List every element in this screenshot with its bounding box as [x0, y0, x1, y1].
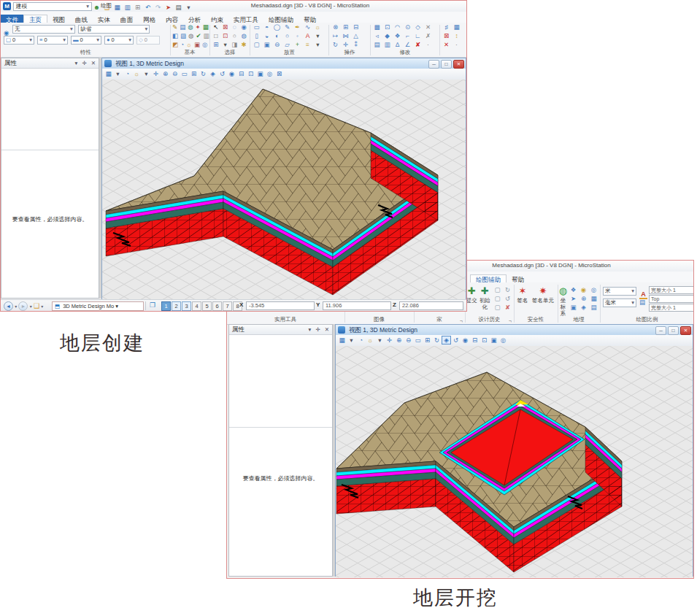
rotate-view-icon[interactable]: ↻: [199, 70, 207, 77]
ribbon-icon[interactable]: ↻: [331, 41, 339, 48]
view-previous-icon[interactable]: ↺: [218, 70, 226, 77]
ribbon-icon[interactable]: ⊞: [212, 41, 220, 48]
ribbon-icon[interactable]: ◒: [263, 32, 271, 39]
ribbon-icon[interactable]: ◎: [590, 286, 598, 293]
ribbon-icon[interactable]: ◍: [240, 32, 247, 39]
view-previous-icon[interactable]: ↺: [452, 336, 460, 344]
view-display-icon[interactable]: ▦: [338, 336, 346, 344]
ribbon-icon[interactable]: ▦: [453, 23, 461, 31]
forward-button[interactable]: ►: [18, 301, 28, 311]
sign-button[interactable]: ✶ 签名: [515, 285, 531, 304]
zoom-out-icon[interactable]: ⊖: [171, 70, 179, 77]
ribbon-icon[interactable]: ◐: [273, 32, 281, 39]
ribbon-icon[interactable]: ▭: [253, 23, 261, 31]
view-display-icon[interactable]: ▦: [104, 70, 112, 77]
panel-header-icons[interactable]: ▾ ✛ ✕: [308, 325, 331, 334]
ribbon-icon[interactable]: ▾: [314, 41, 322, 48]
view-toggle-2[interactable]: 2: [172, 301, 181, 311]
ribbon-icon[interactable]: ▥: [204, 32, 209, 39]
view-brightness-icon[interactable]: ☼: [133, 70, 141, 77]
walk-icon[interactable]: ◈: [442, 336, 450, 344]
caret-down-icon[interactable]: ▾: [347, 336, 355, 344]
ribbon-icon[interactable]: ✛: [342, 41, 350, 48]
view-adjust-icon[interactable]: ◔: [123, 70, 131, 77]
master-unit-select[interactable]: 米▾: [603, 287, 636, 296]
view-minimize-button[interactable]: ─: [655, 326, 666, 335]
view-minimize-button[interactable]: ─: [428, 60, 439, 69]
sub-unit-select[interactable]: 毫米▾: [603, 299, 636, 307]
ribbon-icon[interactable]: ≡: [304, 41, 312, 48]
ribbon-icon[interactable]: ▤: [180, 23, 185, 31]
ribbon-icon[interactable]: ⊙: [404, 23, 412, 31]
ribbon-icon[interactable]: ⊠: [442, 32, 450, 39]
pan-view-icon[interactable]: ✛: [152, 70, 160, 77]
ribbon-icon[interactable]: ☼: [186, 41, 192, 48]
ribbon-icon[interactable]: ⌐: [404, 32, 412, 39]
ribbon-icon[interactable]: ✎: [172, 23, 177, 31]
ribbon-icon[interactable]: ▢: [253, 41, 261, 48]
qat-drawing-label[interactable]: 绘图: [101, 2, 112, 9]
ribbon-icon[interactable]: ✘: [414, 41, 422, 48]
caret-down-icon[interactable]: ▾: [142, 70, 150, 77]
ribbon-icon[interactable]: ◉: [579, 286, 588, 293]
chevron-down-icon[interactable]: ▾: [30, 304, 32, 309]
ribbon-icon[interactable]: ◍: [188, 23, 193, 31]
ribbon-icon[interactable]: ▤: [590, 304, 598, 311]
view-setup-icon[interactable]: ⊠: [275, 70, 283, 77]
ribbon-icon[interactable]: ·: [424, 41, 432, 48]
properties-panel-header[interactable]: 属性 ▾ ✛ ✕: [1, 58, 99, 69]
ribbon-icon[interactable]: ◨: [231, 41, 239, 48]
ribbon-icon[interactable]: ▢: [493, 286, 501, 293]
element-selection-icon[interactable]: ↖: [212, 23, 220, 31]
coordinate-system-button[interactable]: ◍ 坐标系: [558, 285, 568, 317]
dialog-launcher-icon[interactable]: ⌐: [460, 318, 463, 323]
initialize-button[interactable]: ✚ 初始化: [478, 285, 493, 312]
view-canvas-stratum-model[interactable]: [102, 80, 466, 300]
view-toggle-1[interactable]: 1: [161, 301, 171, 311]
ribbon-icon[interactable]: ∠: [404, 41, 412, 48]
ribbon-icon[interactable]: ◆: [383, 32, 391, 39]
clip-mask-icon[interactable]: ◎: [266, 70, 274, 77]
ribbon-icon[interactable]: ↕: [453, 32, 461, 39]
ribbon-icon[interactable]: ▾: [314, 32, 322, 39]
view-next-icon[interactable]: ⊟: [471, 336, 479, 344]
ribbon-icon[interactable]: ▦: [590, 295, 598, 302]
zoom-in-icon[interactable]: ⊕: [161, 70, 169, 77]
ribbon-icon[interactable]: ◠: [393, 23, 401, 31]
view-canvas-excavation-model[interactable]: [336, 346, 693, 577]
ribbon-icon[interactable]: ↻: [504, 286, 512, 293]
ribbon-icon[interactable]: ◃: [373, 32, 381, 39]
ribbon-icon[interactable]: ∿: [304, 23, 312, 31]
y-coordinate-field[interactable]: 11.906: [323, 301, 391, 310]
properties-panel-header[interactable]: 属性 ▾ ✛ ✕: [229, 325, 332, 335]
ribbon-icon[interactable]: ☼: [314, 23, 322, 31]
fit-view-icon[interactable]: ⊞: [423, 336, 431, 344]
ribbon-icon[interactable]: ▯: [253, 32, 261, 39]
ribbon-icon[interactable]: ↺: [504, 295, 512, 302]
ribbon-icon[interactable]: ✦: [196, 23, 201, 31]
window-area-icon[interactable]: ▭: [180, 70, 188, 77]
caret-down-icon[interactable]: ▾: [376, 336, 384, 344]
ribbon-icon[interactable]: ✗: [424, 32, 432, 39]
zoom-in-icon[interactable]: ⊕: [395, 336, 403, 344]
navigate-view-icon[interactable]: ◉: [461, 336, 469, 344]
ribbon-icon[interactable]: ▢: [493, 304, 501, 311]
ribbon-icon[interactable]: ⊡: [383, 23, 391, 31]
navigate-view-icon[interactable]: ◉: [228, 70, 236, 77]
element-template-select[interactable]: 无▾: [12, 25, 75, 34]
ribbon-icon[interactable]: ◎: [202, 41, 207, 48]
ribbon-icon[interactable]: ➤: [569, 295, 577, 302]
workflow-select[interactable]: 建模▾: [13, 2, 92, 11]
clip-mask-icon[interactable]: ◎: [499, 336, 507, 344]
walk-icon[interactable]: ◈: [209, 70, 217, 77]
pan-view-icon[interactable]: ✛: [385, 336, 393, 344]
ribbon-icon[interactable]: ◇: [414, 23, 422, 31]
save-as-icon[interactable]: ▥: [123, 3, 131, 10]
view-orientation-field[interactable]: Top: [649, 295, 694, 303]
ribbon-icon[interactable]: ▣: [263, 41, 271, 48]
active-lineweight-select[interactable]: ▬0▾: [71, 36, 101, 45]
ribbon-icon[interactable]: ⋈: [342, 32, 350, 39]
ribbon-icon[interactable]: ◩: [172, 41, 178, 48]
ribbon-icon[interactable]: ◧: [172, 32, 178, 39]
clip-volume-icon[interactable]: ▣: [490, 336, 498, 344]
